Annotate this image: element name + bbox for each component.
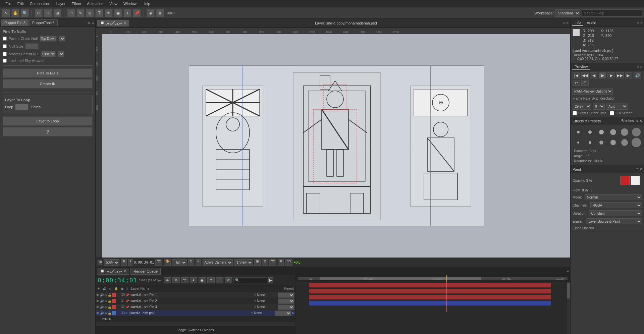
first-pin-btn[interactable]: First Pin (41, 51, 56, 57)
brush-2[interactable] (588, 130, 592, 134)
l30-sound[interactable]: 🔊 (100, 293, 104, 297)
puppet-tools-tab[interactable]: PuppetTools3 (29, 19, 58, 26)
l31-solo[interactable]: ⊙ (104, 299, 107, 303)
pin-tool[interactable]: ◈ (147, 9, 155, 17)
mode-select[interactable]: Normal (585, 194, 642, 200)
l30-solo[interactable]: ⊙ (104, 293, 107, 297)
3d-btn[interactable]: 3D (285, 259, 292, 266)
l33-sound[interactable]: 🔊 (100, 312, 104, 315)
effects-menu[interactable]: ≡ ✕ (636, 119, 642, 123)
brush-9[interactable] (599, 141, 603, 145)
track-bar-30[interactable] (309, 283, 551, 287)
comp-tab-main[interactable]: 🔲 مرورکی بر ✕ (97, 20, 129, 26)
paint-duration-select[interactable]: Constant (589, 210, 642, 216)
l30-parent-icon[interactable]: ⊙ (254, 293, 256, 297)
prev-full-btn[interactable]: ⊞ (581, 80, 589, 86)
menu-animation[interactable]: Animation (84, 1, 106, 6)
l33-eye[interactable]: 👁 (96, 312, 99, 315)
l30-parent-select[interactable] (278, 292, 294, 298)
tl-clock-btn[interactable]: ⏱ (207, 277, 215, 283)
grid2-btn[interactable]: ⊞ (278, 259, 284, 266)
tl-curve-btn[interactable]: ⌒ (216, 277, 223, 283)
rect-tool[interactable]: ▭ (67, 9, 75, 17)
menu-composition[interactable]: Composition (27, 1, 53, 6)
l32-name[interactable]: saed-r/...pet Pin 3 (130, 305, 253, 309)
prev-play-btn[interactable]: ▶ (599, 72, 606, 78)
loop-input[interactable] (15, 104, 29, 110)
preview-menu[interactable]: ≡ ✕ (637, 65, 643, 69)
layout-btn[interactable]: ▣ (254, 259, 261, 266)
l32-solo[interactable]: ⊙ (104, 305, 107, 309)
master-parent-checkbox[interactable] (3, 52, 7, 56)
undo-btn[interactable]: ↩ (35, 9, 43, 17)
null-size-checkbox[interactable] (3, 44, 7, 48)
brush-12[interactable] (632, 138, 641, 147)
timeline-menu-btn[interactable]: ≡ (567, 269, 569, 273)
l31-eye[interactable]: 👁 (96, 299, 99, 303)
view-count-select[interactable]: 1 View (234, 259, 253, 266)
menu-help[interactable]: Help (140, 1, 153, 6)
audio-tab[interactable]: Audio (584, 20, 599, 25)
pins-to-nulls-btn[interactable]: Pins To Nulls (3, 68, 93, 78)
search-input[interactable] (582, 9, 642, 17)
brush-5[interactable] (621, 128, 628, 136)
effects-tab-brushes[interactable]: Brushes (622, 119, 634, 123)
tl-star-btn[interactable]: ★ (190, 277, 197, 283)
info-btn[interactable]: ℹ (128, 259, 132, 266)
toggle-btn[interactable]: ⊡ (188, 259, 194, 266)
brush-10[interactable] (610, 140, 616, 145)
l33-lock[interactable]: 🔒 (108, 312, 111, 315)
lock-shy-checkbox[interactable] (3, 59, 7, 63)
layout2-btn[interactable]: ⊟ (262, 259, 268, 266)
redo-btn[interactable]: ↪ (44, 9, 52, 17)
l32-eye[interactable]: 👁 (96, 305, 99, 309)
clone-tool[interactable]: ⊕ (86, 9, 94, 17)
skip-select[interactable]: 0 (593, 103, 605, 110)
left-panel-close[interactable]: ✕ ≡ (87, 20, 94, 25)
text-tool[interactable]: T (95, 9, 103, 17)
parent-chain-checkbox[interactable] (3, 37, 7, 41)
prev-fwd1-btn[interactable]: ▶ (607, 72, 615, 78)
ram-preview-select[interactable]: RAM Preview Options (573, 88, 613, 95)
top-down-btn[interactable]: Top Down (40, 36, 56, 42)
playhead[interactable] (446, 275, 447, 282)
alpha-btn[interactable]: α (196, 259, 201, 266)
color-btn[interactable]: 🎨 (164, 259, 171, 266)
create-ik-btn[interactable]: Create IK (3, 79, 93, 89)
paint-tool[interactable]: ◉ (114, 9, 122, 17)
hand-tool[interactable]: ✋ (11, 9, 19, 17)
brush-6[interactable] (632, 128, 641, 136)
first-pin-select[interactable] (58, 51, 64, 57)
timeline-comp-tab[interactable]: 🔲 مرورکی بر ✕ (97, 268, 129, 275)
info-tab[interactable]: Info (572, 20, 583, 26)
top-down-select[interactable] (59, 36, 65, 42)
l30-eye[interactable]: 👁 (96, 293, 99, 297)
l31-name[interactable]: saed-r/...pet Pin 2 (130, 299, 253, 303)
extra-tool[interactable]: ⊗ (156, 9, 164, 17)
tl-circle-btn[interactable]: ◉ (199, 277, 206, 283)
toggle-switches-btn[interactable]: Toggle Switches / Modes (96, 326, 295, 334)
tl-camera-btn[interactable]: 📷 (181, 277, 189, 283)
l33-parent-select[interactable] (275, 311, 291, 316)
l33-solo[interactable]: ⊙ (104, 312, 107, 315)
brush-8[interactable] (589, 141, 591, 144)
track-bar-31[interactable] (309, 289, 551, 293)
brush-11[interactable] (621, 139, 628, 146)
workspace-select[interactable]: Standard (555, 9, 580, 17)
info-menu[interactable]: ≡ ✕ (637, 21, 643, 24)
track-scroll-right[interactable] (566, 282, 570, 334)
l32-parent-icon[interactable]: ⊙ (254, 305, 256, 309)
brush-3[interactable] (599, 130, 604, 134)
l32-lock[interactable]: 🔒 (108, 305, 111, 309)
l30-name[interactable]: saed-r/...pet Pin 1 (130, 293, 253, 297)
prev-audio-btn[interactable]: 🔊 (634, 72, 641, 78)
tl-search[interactable] (233, 277, 267, 283)
resolution-select[interactable]: Auto (606, 103, 628, 110)
brush-1[interactable] (577, 131, 580, 133)
l31-parent-icon[interactable]: ⊙ (254, 299, 256, 303)
l31-lock[interactable]: 🔒 (108, 299, 111, 303)
l32-parent-select[interactable] (278, 304, 294, 310)
full-screen-check[interactable] (610, 111, 614, 115)
zoom-tool[interactable]: 🔍 (21, 9, 29, 17)
menu-file[interactable]: File (3, 1, 14, 6)
